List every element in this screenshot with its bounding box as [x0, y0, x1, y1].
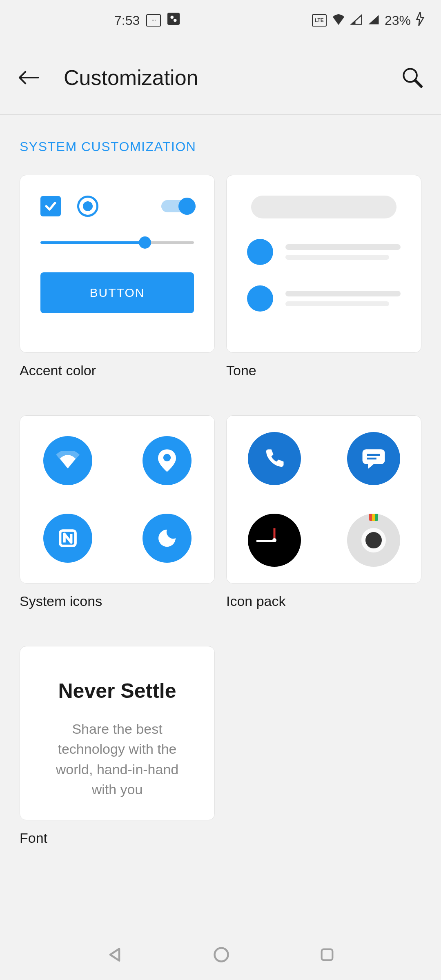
- system-icons-card: [20, 415, 215, 584]
- charging-icon: [416, 12, 425, 29]
- nav-home-button[interactable]: [212, 946, 230, 965]
- accent-color-label: Accent color: [20, 363, 215, 379]
- app-notification-icon: ⋯: [146, 14, 161, 27]
- svg-point-9: [214, 948, 228, 962]
- tone-card: [226, 175, 421, 353]
- notification-icon: [167, 13, 180, 28]
- status-time: 7:53: [114, 13, 140, 28]
- nav-recents-button[interactable]: [319, 947, 335, 964]
- svg-rect-6: [362, 449, 385, 464]
- volte-icon: LTE: [312, 14, 327, 27]
- status-bar: 7:53 ⋯ LTE 23%: [0, 0, 441, 41]
- accent-color-card: BUTTON: [20, 175, 215, 353]
- accent-preview-controls: [40, 196, 194, 217]
- system-icons-option[interactable]: System icons: [20, 415, 215, 634]
- tone-preview-item-1: [247, 239, 401, 265]
- icon-pack-option[interactable]: Icon pack: [226, 415, 421, 634]
- tone-label: Tone: [226, 363, 421, 379]
- section-title: SYSTEM CUSTOMIZATION: [20, 139, 421, 154]
- dnd-system-icon: [143, 514, 192, 563]
- checkbox-icon: [40, 196, 61, 216]
- cards-row-3: Never Settle Share the best technology w…: [20, 646, 421, 871]
- wifi-system-icon: [43, 436, 92, 485]
- status-right: LTE 23%: [312, 12, 425, 29]
- icon-pack-grid: [243, 432, 405, 567]
- signal-icon-2: [368, 13, 380, 28]
- cards-row-2: System icons: [20, 415, 421, 634]
- status-left: 7:53 ⋯: [114, 13, 180, 28]
- nfc-system-icon: [43, 514, 92, 563]
- svg-rect-0: [167, 13, 180, 25]
- location-system-icon: [143, 436, 192, 485]
- svg-point-4: [163, 454, 170, 461]
- search-button[interactable]: [400, 65, 425, 90]
- system-icons-label: System icons: [20, 593, 215, 609]
- tone-option[interactable]: Tone: [226, 175, 421, 403]
- toggle-icon: [161, 200, 194, 212]
- tone-preview-header: [251, 196, 396, 218]
- back-button[interactable]: [16, 65, 41, 90]
- slider-icon: [40, 241, 194, 244]
- nav-back-button[interactable]: [106, 946, 124, 965]
- radio-icon: [77, 196, 98, 217]
- empty-slot: [226, 646, 421, 871]
- icon-pack-label: Icon pack: [226, 593, 421, 609]
- cards-row-1: BUTTON Accent color Tone: [20, 175, 421, 403]
- tone-preview-item-2: [247, 285, 401, 312]
- battery-percent: 23%: [385, 13, 411, 28]
- wifi-icon: [332, 13, 345, 28]
- tone-dot-icon: [247, 239, 273, 265]
- svg-point-2: [174, 19, 177, 22]
- navigation-bar: [0, 931, 441, 980]
- svg-rect-10: [322, 949, 333, 960]
- system-icons-grid: [36, 432, 198, 567]
- font-option[interactable]: Never Settle Share the best technology w…: [20, 646, 215, 871]
- content-area: SYSTEM CUSTOMIZATION BUTTON Accent color: [0, 115, 441, 871]
- header: Customization: [0, 41, 441, 114]
- tone-dot-icon: [247, 285, 273, 312]
- accent-color-option[interactable]: BUTTON Accent color: [20, 175, 215, 403]
- font-preview-title: Never Settle: [40, 679, 194, 703]
- clock-app-icon: [248, 514, 301, 567]
- preview-button: BUTTON: [40, 272, 194, 313]
- font-card: Never Settle Share the best technology w…: [20, 646, 215, 820]
- camera-app-icon: [347, 514, 400, 567]
- icon-pack-card: [226, 415, 421, 584]
- font-label: Font: [20, 830, 215, 846]
- font-preview-desc: Share the best technology with the world…: [40, 719, 194, 800]
- page-title: Customization: [64, 65, 377, 90]
- signal-icon-1: [350, 13, 363, 28]
- svg-point-1: [171, 16, 174, 19]
- messages-app-icon: [347, 432, 400, 485]
- phone-app-icon: [248, 432, 301, 485]
